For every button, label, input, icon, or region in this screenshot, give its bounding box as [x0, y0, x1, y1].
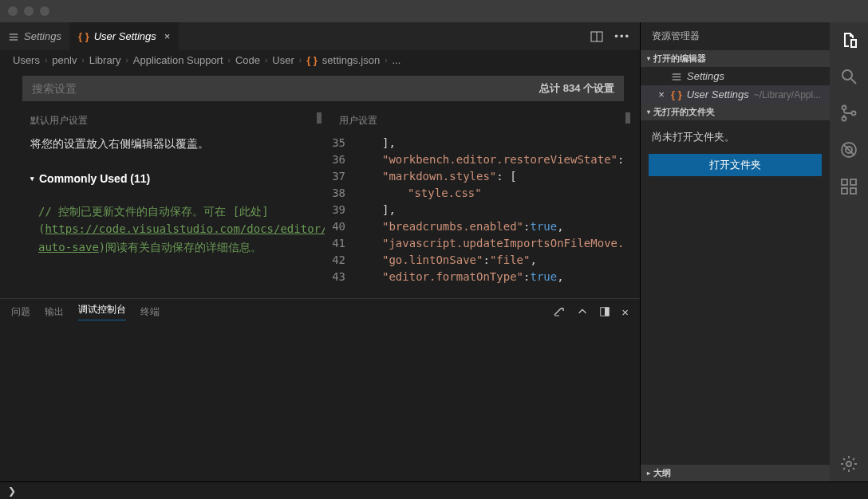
breadcrumb-item[interactable]: ... [392, 54, 400, 66]
more-actions-icon[interactable]: ••• [614, 30, 630, 42]
svg-rect-14 [850, 188, 856, 194]
chevron-down-icon: ▾ [647, 55, 650, 62]
outline-section[interactable]: ▸ 大纲 [641, 465, 830, 481]
toggle-layout-icon[interactable] [599, 306, 610, 317]
svg-rect-15 [850, 179, 856, 185]
extensions-icon[interactable] [839, 177, 858, 196]
svg-point-16 [846, 462, 851, 466]
default-settings-title: 默认用户设置 [16, 108, 325, 135]
explorer-sidebar: 资源管理器 ▾ 打开的编辑器 Settings×{ }User Settings… [640, 22, 830, 481]
tab-label: User Settings [94, 30, 156, 42]
bottom-panel: 问题输出调试控制台终端 × [0, 298, 640, 481]
settings-icon [671, 71, 682, 82]
breadcrumb-item[interactable]: settings.json [322, 54, 380, 66]
code-line[interactable]: 35], [328, 135, 633, 151]
commonly-used-header[interactable]: ▾ Commonly Used (11) [30, 170, 310, 187]
open-folder-button[interactable]: 打开文件夹 [649, 154, 822, 176]
source-control-icon[interactable] [839, 104, 858, 123]
chevron-right-icon: ▸ [647, 470, 650, 477]
settings-json-editor[interactable]: 35],36"workbench.editor.restoreViewState… [325, 135, 633, 298]
json-icon: { } [78, 30, 89, 42]
svg-point-8 [852, 112, 856, 116]
split-editor-icon[interactable] [590, 30, 603, 43]
window-controls [8, 6, 49, 16]
svg-line-5 [851, 79, 856, 84]
zoom-window-icon[interactable] [40, 6, 49, 16]
json-icon: { } [306, 54, 318, 66]
no-folder-section[interactable]: ▾ 无打开的文件夹 [641, 104, 830, 120]
breadcrumb-item[interactable]: penlv [52, 54, 77, 66]
chevron-down-icon: ▾ [647, 108, 650, 116]
code-line[interactable]: 39], [328, 202, 633, 218]
search-input[interactable] [32, 82, 539, 95]
code-line[interactable]: 37"markdown.styles": [ [328, 168, 633, 185]
code-line[interactable]: 40"breadcrumbs.enabled": true, [328, 218, 633, 235]
svg-rect-3 [605, 308, 609, 316]
user-settings-title: 用户设置 [325, 108, 633, 135]
debug-icon[interactable] [839, 140, 858, 159]
gear-icon[interactable] [839, 454, 858, 473]
close-tab-icon[interactable]: × [164, 30, 171, 42]
tab-label: Settings [24, 30, 61, 42]
settings-search[interactable]: 总计 834 个设置 [22, 76, 624, 101]
explorer-title: 资源管理器 [641, 22, 830, 50]
panel-tab[interactable]: 输出 [45, 305, 64, 319]
code-line[interactable]: 43"editor.formatOnType": true, [328, 269, 633, 285]
code-line[interactable]: 42"go.lintOnSave": "file", [328, 252, 633, 269]
code-line[interactable]: 36"workbench.editor.restoreViewState": [328, 151, 633, 168]
editor-tabs: Settings { } User Settings × ••• [0, 22, 640, 50]
svg-point-7 [842, 117, 846, 121]
status-left[interactable]: ❯ [0, 485, 24, 497]
open-editor-item[interactable]: Settings [641, 67, 830, 85]
breadcrumb-item[interactable]: Code [235, 54, 260, 66]
tab-settings[interactable]: Settings [0, 22, 70, 50]
status-bar: ❯ [0, 481, 868, 499]
svg-point-4 [842, 70, 852, 80]
tab-user-settings[interactable]: { } User Settings × [70, 22, 179, 50]
open-editor-item[interactable]: ×{ }User Settings~/Library/Appl... [641, 85, 830, 104]
svg-rect-13 [842, 188, 847, 194]
explorer-icon[interactable] [839, 30, 858, 49]
breadcrumb[interactable]: Users›penlv›Library›Application Support›… [0, 50, 640, 69]
file-name: Settings [687, 70, 724, 82]
json-icon: { } [671, 88, 682, 100]
breadcrumb-item[interactable]: User [272, 54, 294, 66]
titlebar [0, 0, 868, 22]
no-folder-message: 尚未打开文件夹。 [641, 120, 830, 154]
breadcrumb-item[interactable]: Users [13, 54, 40, 66]
breadcrumb-item[interactable]: Application Support [133, 54, 223, 66]
open-editors-section[interactable]: ▾ 打开的编辑器 [641, 50, 830, 67]
panel-tabs: 问题输出调试控制台终端 × [0, 299, 640, 324]
minimize-window-icon[interactable] [24, 6, 34, 16]
settings-hint: 将您的设置放入右侧编辑器以覆盖。 [30, 135, 310, 152]
svg-point-6 [842, 106, 846, 110]
setting-description: // 控制已更新文件的自动保存。可在 [此处] (https://code.vi… [30, 202, 310, 256]
close-window-icon[interactable] [8, 6, 18, 16]
settings-count: 总计 834 个设置 [539, 81, 614, 96]
svg-rect-12 [842, 179, 847, 185]
section-header-label: Commonly Used (11) [39, 170, 150, 187]
settings-icon [8, 31, 19, 42]
file-name: User Settings [687, 88, 749, 100]
breadcrumb-item[interactable]: Library [89, 54, 121, 66]
code-line[interactable]: 41"javascript.updateImportsOnFileMove. [328, 235, 633, 252]
code-line[interactable]: 38"style.css" [328, 185, 633, 202]
chevron-down-icon: ▾ [30, 173, 34, 184]
clear-console-icon[interactable] [553, 305, 566, 318]
panel-tab[interactable]: 终端 [140, 305, 160, 319]
panel-tab[interactable]: 调试控制台 [78, 303, 126, 320]
file-path: ~/Library/Appl... [754, 89, 821, 100]
chevron-up-icon[interactable] [577, 306, 588, 317]
close-icon[interactable]: × [657, 88, 666, 100]
close-panel-icon[interactable]: × [621, 305, 629, 319]
panel-tab[interactable]: 问题 [11, 305, 30, 319]
activity-bar [830, 22, 868, 481]
search-icon[interactable] [839, 67, 858, 86]
